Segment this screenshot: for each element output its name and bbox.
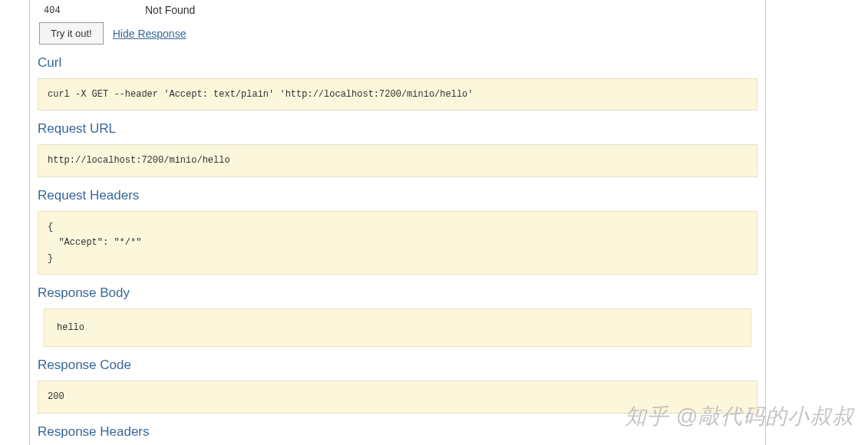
response-body-block[interactable]: hello [44,308,751,347]
response-code-heading: Response Code [38,358,757,373]
action-row: Try it out! Hide Response [38,22,757,44]
hide-response-link[interactable]: Hide Response [113,28,186,40]
status-code-cell: 404 [38,3,145,16]
try-it-out-button[interactable]: Try it out! [39,22,104,44]
request-headers-heading: Request Headers [38,188,757,203]
response-body-heading: Response Body [38,285,757,301]
swagger-operation-panel: 404 Not Found Try it out! Hide Response … [29,0,766,445]
response-code-block[interactable]: 200 [38,381,757,413]
request-headers-block[interactable]: { "Accept": "*/*" } [38,211,757,275]
response-status-row: 404 Not Found [38,0,757,22]
status-code: 404 [44,5,61,16]
request-url-heading: Request URL [38,121,757,137]
request-url-block[interactable]: http://localhost:7200/minio/hello [38,144,757,176]
response-headers-heading: Response Headers [38,424,757,440]
curl-block[interactable]: curl -X GET --header 'Accept: text/plain… [38,78,757,110]
status-reason: Not Found [145,4,195,16]
curl-heading: Curl [38,55,757,71]
